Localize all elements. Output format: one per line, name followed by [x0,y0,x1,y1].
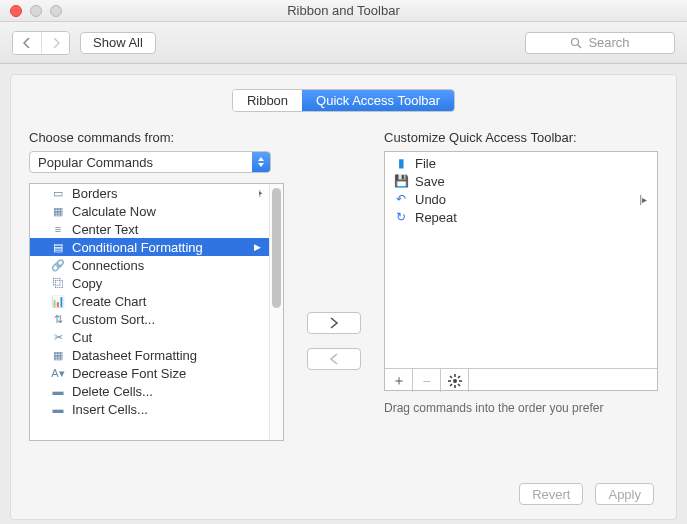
command-icon: ↶ [393,191,409,207]
list-item-label: Cut [72,330,92,345]
command-icon: ↻ [393,209,409,225]
svg-line-8 [458,384,460,386]
list-item-label: Save [415,174,445,189]
remove-command-button[interactable] [307,348,361,370]
list-item[interactable]: ✂Cut [30,328,269,346]
nav-segment [12,31,70,55]
list-item[interactable]: 🔗Connections [30,256,269,274]
command-icon: ▬ [50,383,66,399]
commands-listbox[interactable]: ▭Borders|▸▦Calculate Now≡Center Text▤Con… [29,183,284,441]
list-item[interactable]: 📊Create Chart [30,292,269,310]
list-item-label: Delete Cells... [72,384,153,399]
list-item-label: Create Chart [72,294,146,309]
chevron-right-icon: |▸ [259,189,261,197]
list-item-label: File [415,156,436,171]
list-item-label: Copy [72,276,102,291]
list-item[interactable]: 💾Save [385,172,657,190]
add-command-button[interactable] [307,312,361,334]
add-button[interactable]: ＋ [385,369,413,392]
back-button[interactable] [13,32,41,54]
prefs-toolbar: Show All Search [0,22,687,64]
list-item-label: Decrease Font Size [72,366,186,381]
command-icon: ≡ [50,221,66,237]
list-item[interactable]: ▬Delete Cells... [30,382,269,400]
gear-icon [448,374,462,388]
scroll-thumb[interactable] [272,188,281,308]
chevron-right-icon [329,317,339,329]
svg-line-9 [450,384,452,386]
list-item-label: Connections [72,258,144,273]
list-item[interactable]: ▮File [385,154,657,172]
command-icon: ⿻ [50,275,66,291]
dialog-footer: Revert Apply [519,483,654,505]
list-item-label: Borders [72,186,118,201]
zoom-icon [50,5,62,17]
command-icon: ▭ [50,185,66,201]
command-icon: 💾 [393,173,409,189]
list-item-label: Repeat [415,210,457,225]
chevron-right-icon: ▶ [254,242,261,252]
command-icon: ▦ [50,203,66,219]
main-panel: Ribbon Quick Access Toolbar Choose comma… [10,74,677,520]
titlebar: Ribbon and Toolbar [0,0,687,22]
list-item[interactable]: ▦Calculate Now [30,202,269,220]
show-all-button[interactable]: Show All [80,32,156,54]
search-input[interactable]: Search [525,32,675,54]
customize-qat-label: Customize Quick Access Toolbar: [384,130,658,145]
list-item[interactable]: ↻Repeat [385,208,657,226]
choose-commands-label: Choose commands from: [29,130,284,145]
window-title: Ribbon and Toolbar [0,3,687,18]
list-item[interactable]: ▦Datasheet Formatting [30,346,269,364]
svg-point-2 [453,379,457,383]
list-item-label: Calculate Now [72,204,156,219]
remove-button[interactable]: − [413,369,441,392]
svg-line-1 [578,45,581,48]
list-item-label: Custom Sort... [72,312,155,327]
revert-button: Revert [519,483,583,505]
svg-line-10 [458,376,460,378]
reorder-hint: Drag commands into the order you prefer [384,401,658,415]
command-icon: 🔗 [50,257,66,273]
list-item-label: Datasheet Formatting [72,348,197,363]
chevron-left-icon [329,353,339,365]
command-icon: ▮ [393,155,409,171]
settings-button[interactable] [441,369,469,392]
svg-line-7 [450,376,452,378]
list-item-label: Undo [415,192,446,207]
close-icon[interactable] [10,5,22,17]
list-item[interactable]: ⿻Copy [30,274,269,292]
list-item-label: Insert Cells... [72,402,148,417]
tab-bar: Ribbon Quick Access Toolbar [29,89,658,112]
command-icon: ▤ [50,239,66,255]
qat-listbox[interactable]: ▮File💾Save↶Undo|▸↻Repeat ＋ − [384,151,658,391]
minimize-icon [30,5,42,17]
command-icon: ▬ [50,401,66,417]
chevron-right-icon: |▸ [639,194,647,205]
command-icon: 📊 [50,293,66,309]
scrollbar[interactable] [269,184,283,440]
list-item[interactable]: A▾Decrease Font Size [30,364,269,382]
list-item[interactable]: ▤Conditional Formatting▶ [30,238,269,256]
commands-source-select[interactable]: Popular Commands [29,151,271,173]
command-icon: A▾ [50,365,66,381]
list-item[interactable]: ↶Undo|▸ [385,190,657,208]
tab-ribbon[interactable]: Ribbon [233,90,302,111]
list-item[interactable]: ▭Borders|▸ [30,184,269,202]
list-item-label: Conditional Formatting [72,240,203,255]
apply-button: Apply [595,483,654,505]
svg-point-0 [572,38,579,45]
tab-quick-access-toolbar[interactable]: Quick Access Toolbar [302,90,454,111]
list-item[interactable]: ⇅Custom Sort... [30,310,269,328]
list-item[interactable]: ≡Center Text [30,220,269,238]
list-item-label: Center Text [72,222,138,237]
forward-button [41,32,69,54]
command-icon: ✂ [50,329,66,345]
window-controls [0,5,62,17]
command-icon: ▦ [50,347,66,363]
command-icon: ⇅ [50,311,66,327]
search-icon [570,37,582,49]
qat-actions-toolbar: ＋ − [385,368,657,392]
list-item[interactable]: ▬Insert Cells... [30,400,269,418]
chevron-updown-icon [252,152,270,172]
